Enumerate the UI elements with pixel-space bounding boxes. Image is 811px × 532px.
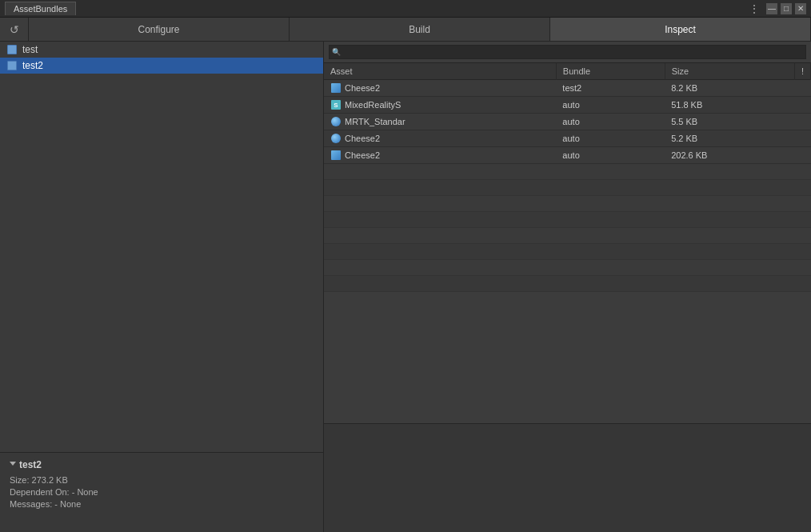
empty-row: [324, 180, 811, 196]
more-options-icon[interactable]: ⋮: [749, 2, 760, 15]
asset-name: Cheese2: [345, 150, 380, 160]
asset-name-cell: Cheese2: [324, 147, 556, 164]
sphere-icon: [331, 134, 341, 143]
table-header-row: Asset Bundle Size !: [324, 63, 811, 80]
minimize-button[interactable]: —: [766, 3, 777, 14]
asset-icon: [330, 82, 342, 94]
empty-row: [324, 164, 811, 180]
empty-row: [324, 196, 811, 212]
asset-icon: [330, 133, 342, 144]
col-bundle[interactable]: Bundle: [556, 63, 665, 80]
asset-name: MixedRealityS: [345, 100, 401, 110]
table-row[interactable]: MixedRealityS auto 51.8 KB: [324, 97, 811, 114]
right-panel: Asset Bundle Size ! Cheese2 test2 8.2 KB: [324, 42, 811, 532]
asset-size: 5.5 KB: [665, 114, 794, 130]
asset-size: 8.2 KB: [665, 80, 794, 97]
asset-size: 51.8 KB: [665, 97, 794, 114]
asset-table-container: Asset Bundle Size ! Cheese2 test2 8.2 KB: [324, 63, 811, 423]
asset-name-cell: Cheese2: [324, 130, 556, 147]
collapse-icon: [10, 462, 16, 469]
script-icon: [331, 100, 341, 110]
asset-table-body: Cheese2 test2 8.2 KB MixedRealityS auto …: [324, 80, 811, 164]
search-wrapper: [329, 45, 806, 59]
empty-row: [324, 244, 811, 260]
asset-table: Asset Bundle Size ! Cheese2 test2 8.2 KB: [324, 63, 811, 164]
asset-excl: [794, 97, 810, 114]
bundle-list: test test2: [0, 42, 323, 452]
asset-excl: [794, 114, 810, 130]
col-asset[interactable]: Asset: [324, 63, 556, 80]
asset-icon: [330, 116, 342, 127]
search-bar: [324, 42, 811, 63]
table-row[interactable]: Cheese2 test2 8.2 KB: [324, 80, 811, 97]
asset-bundle: auto: [556, 97, 665, 114]
title-bar: AssetBundles ⋮ — □ ✕: [0, 0, 811, 18]
sphere-icon: [331, 117, 341, 126]
main-container: test test2 test2 Size: 273.2 KB Dependen…: [0, 42, 811, 532]
bundle-dependent-info: Dependent On: - None: [10, 487, 314, 497]
asset-name-cell: Cheese2: [324, 80, 556, 97]
bundle-icon-test: [6, 44, 18, 55]
window-controls: ⋮ — □ ✕: [749, 2, 806, 15]
cube-icon: [7, 45, 17, 54]
close-button[interactable]: ✕: [795, 3, 806, 14]
cube-icon: [331, 83, 341, 93]
left-panel: test test2 test2 Size: 273.2 KB Dependen…: [0, 42, 324, 532]
col-size[interactable]: Size: [665, 63, 794, 80]
tab-inspect[interactable]: Inspect: [550, 18, 811, 41]
bundle-name-test2: test2: [22, 60, 43, 71]
tab-build[interactable]: Build: [290, 18, 550, 41]
bundle-info-name: test2: [19, 459, 42, 470]
bottom-info-panel: test2 Size: 273.2 KB Dependent On: - Non…: [0, 452, 323, 532]
empty-rows: [324, 164, 811, 292]
empty-row: [324, 228, 811, 244]
cube-icon: [331, 150, 341, 160]
refresh-button[interactable]: ↺: [0, 18, 29, 41]
asset-bundle: auto: [556, 114, 665, 130]
bundle-messages-info: Messages: - None: [10, 499, 314, 509]
asset-size: 202.6 KB: [665, 147, 794, 164]
asset-name: Cheese2: [345, 134, 380, 143]
empty-row: [324, 260, 811, 276]
table-row[interactable]: Cheese2 auto 202.6 KB: [324, 147, 811, 164]
bundle-size-info: Size: 273.2 KB: [10, 475, 314, 485]
asset-bundle: test2: [556, 80, 665, 97]
asset-bundle: auto: [556, 130, 665, 147]
asset-name-cell: MixedRealityS: [324, 97, 556, 114]
cube-icon: [7, 61, 17, 70]
bundle-item-test[interactable]: test: [0, 42, 323, 58]
tab-configure[interactable]: Configure: [29, 18, 290, 41]
maximize-button[interactable]: □: [781, 3, 792, 14]
table-row[interactable]: Cheese2 auto 5.2 KB: [324, 130, 811, 147]
empty-row: [324, 212, 811, 228]
bundle-info-title: test2: [10, 459, 314, 470]
window-title: AssetBundles: [5, 2, 76, 15]
asset-bundle: auto: [556, 147, 665, 164]
empty-row: [324, 276, 811, 292]
asset-name-cell: MRTK_Standar: [324, 114, 556, 130]
asset-icon: [330, 150, 342, 161]
col-excl[interactable]: !: [794, 63, 810, 80]
tab-bar: ↺ Configure Build Inspect: [0, 18, 811, 42]
asset-name: MRTK_Standar: [345, 117, 406, 126]
asset-excl: [794, 80, 810, 97]
asset-size: 5.2 KB: [665, 130, 794, 147]
bundle-item-test2[interactable]: test2: [0, 58, 323, 74]
asset-icon: [330, 99, 342, 110]
table-row[interactable]: MRTK_Standar auto 5.5 KB: [324, 114, 811, 130]
asset-excl: [794, 147, 810, 164]
search-input[interactable]: [329, 45, 806, 59]
bottom-message-area: [324, 423, 811, 532]
asset-name: Cheese2: [345, 83, 380, 93]
bundle-icon-test2: [6, 60, 18, 71]
asset-excl: [794, 130, 810, 147]
bundle-name-test: test: [22, 44, 38, 55]
